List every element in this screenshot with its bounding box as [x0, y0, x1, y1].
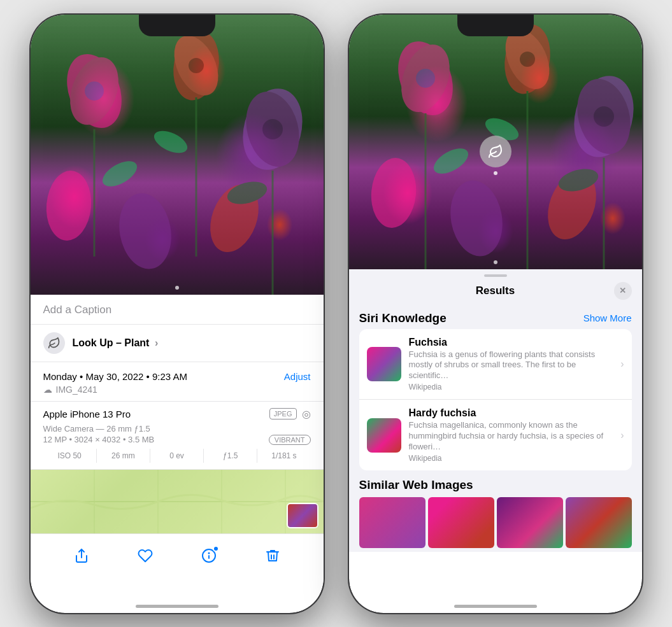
fuchsia-item[interactable]: Fuchsia Fuchsia is a genus of flowering …: [359, 329, 632, 400]
map-area[interactable]: [31, 470, 324, 533]
date-text: Monday • May 30, 2022 • 9:23 AM: [43, 371, 187, 382]
show-more-button[interactable]: Show More: [583, 313, 632, 323]
fuchsia-name: Fuchsia: [409, 337, 613, 348]
exif-ev: 0 ev: [150, 449, 204, 463]
date-section: Monday • May 30, 2022 • 9:23 AM Adjust ☁…: [31, 362, 324, 402]
svg-point-16: [150, 126, 190, 157]
similar-image-3[interactable]: [497, 497, 563, 548]
left-phone-screen: Add a Caption Look Up – Plant ›: [31, 15, 324, 613]
photo-specs: 12 MP • 3024 × 4032 • 3.5 MB VIBRANT: [43, 435, 311, 445]
photo-area-right[interactable]: [349, 15, 642, 269]
fuchsia-thumbnail: [367, 347, 401, 381]
svg-point-8: [262, 119, 283, 139]
svg-point-43: [429, 143, 472, 179]
adjust-button[interactable]: Adjust: [284, 371, 311, 382]
jpeg-badge: JPEG: [269, 408, 297, 419]
vibrant-badge: VIBRANT: [269, 435, 311, 445]
page-dot-right: [494, 260, 497, 264]
location-icon: ◎: [302, 408, 311, 420]
lookup-label: Look Up – Plant ›: [73, 337, 159, 349]
results-close-button[interactable]: ✕: [614, 282, 632, 300]
svg-point-30: [416, 69, 435, 88]
results-handle: [349, 269, 642, 279]
info-badge: [213, 546, 219, 552]
info-panel-left: Add a Caption Look Up – Plant ›: [31, 295, 324, 533]
share-icon: [74, 548, 89, 563]
hardy-fuchsia-item[interactable]: Hardy fuchsia Fuchsia magellanica, commo…: [359, 400, 632, 470]
svg-point-2: [85, 81, 104, 101]
heart-icon: [138, 548, 153, 563]
results-title: Results: [377, 285, 614, 297]
caption-placeholder: Add a Caption: [43, 304, 112, 316]
share-button[interactable]: [68, 542, 96, 570]
visual-lookup-dot: [494, 171, 497, 175]
left-phone: Add a Caption Look Up – Plant ›: [31, 15, 324, 613]
visual-lookup-button[interactable]: [480, 136, 511, 167]
right-phone-screen: Results ✕ Siri Knowledge Show More: [349, 15, 642, 613]
favorite-button[interactable]: [131, 542, 159, 570]
exif-iso: ISO 50: [43, 449, 97, 463]
leaf-icon: [48, 337, 61, 349]
hardy-fuchsia-thumbnail: [367, 418, 401, 453]
delete-button[interactable]: [259, 542, 287, 570]
phones-container: Add a Caption Look Up – Plant ›: [18, 2, 655, 626]
info-button[interactable]: [195, 542, 223, 570]
trash-icon: [265, 548, 280, 563]
similar-web-images-title: Similar Web Images: [359, 478, 632, 492]
hardy-fuchsia-name: Hardy fuchsia: [409, 407, 613, 419]
similar-image-1[interactable]: [359, 497, 425, 548]
fuchsia-source: Wikipedia: [409, 383, 613, 391]
page-dot: [175, 286, 179, 290]
hardy-fuchsia-source: Wikipedia: [409, 454, 613, 463]
exif-focal: 26 mm: [97, 449, 150, 463]
results-panel: Results ✕ Siri Knowledge Show More: [349, 269, 642, 552]
photo-area-left[interactable]: [31, 15, 324, 295]
svg-point-9: [43, 169, 94, 243]
toolbar: [31, 533, 324, 585]
similar-images-section: Similar Web Images: [349, 473, 642, 552]
svg-point-10: [113, 188, 177, 272]
fuchsia-desc: Fuchsia is a genus of flowering plants t…: [409, 349, 613, 382]
results-header: Results ✕: [349, 279, 642, 306]
hardy-fuchsia-desc: Fuchsia magellanica, commonly known as t…: [409, 420, 613, 453]
svg-point-38: [445, 176, 508, 260]
visual-lookup-icon: [43, 332, 65, 354]
hardy-fuchsia-info: Hardy fuchsia Fuchsia magellanica, commo…: [409, 407, 613, 463]
knowledge-card: Fuchsia Fuchsia is a genus of flowering …: [359, 329, 632, 470]
visual-lookup-leaf-icon: [488, 144, 503, 159]
home-indicator: [136, 605, 218, 608]
hardy-fuchsia-chevron: ›: [620, 430, 624, 441]
right-home-indicator: [454, 605, 537, 608]
svg-point-37: [368, 156, 418, 230]
svg-point-36: [594, 106, 614, 127]
handle-bar: [484, 274, 507, 277]
caption-area[interactable]: Add a Caption: [31, 295, 324, 325]
fuchsia-chevron: ›: [620, 358, 624, 370]
svg-point-5: [189, 58, 204, 73]
similar-image-4[interactable]: [566, 497, 632, 548]
device-name: Apple iPhone 13 Pro: [43, 409, 131, 419]
fuchsia-info: Fuchsia Fuchsia is a genus of flowering …: [409, 337, 613, 392]
similar-images-row: [359, 497, 632, 548]
exif-shutter: 1/181 s: [257, 449, 310, 463]
svg-point-33: [520, 52, 535, 67]
similar-image-2[interactable]: [428, 497, 494, 548]
lookup-row[interactable]: Look Up – Plant ›: [31, 325, 324, 362]
device-section: Apple iPhone 13 Pro JPEG ◎ Wide Camera —…: [31, 402, 324, 470]
camera-detail: Wide Camera — 26 mm ƒ1.5: [43, 424, 311, 433]
image-filename: IMG_4241: [56, 384, 97, 395]
right-phone: Results ✕ Siri Knowledge Show More: [349, 15, 642, 613]
siri-knowledge-title: Siri Knowledge: [359, 311, 447, 325]
svg-point-15: [98, 156, 141, 192]
siri-knowledge-header: Siri Knowledge Show More: [349, 306, 642, 329]
exif-aperture: ƒ1.5: [204, 449, 257, 463]
cloud-icon: ☁: [43, 384, 52, 395]
exif-row: ISO 50 26 mm 0 ev ƒ1.5 1/181 s: [43, 449, 311, 463]
map-thumbnail: [287, 503, 318, 528]
